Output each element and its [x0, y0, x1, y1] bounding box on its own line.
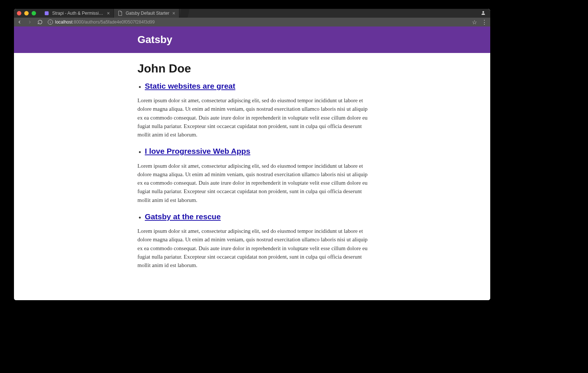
new-tab-button[interactable] — [179, 9, 190, 18]
brand-link[interactable]: Gatsby — [137, 34, 172, 45]
url-bar[interactable]: i localhost:8000/authors/5a5fade4e0f0507… — [48, 19, 467, 25]
close-tab-icon[interactable]: × — [172, 11, 175, 16]
traffic-lights — [17, 11, 36, 15]
list-item: Static websites are great Lorem ipsum do… — [145, 81, 373, 139]
article-body: Lorem ipsum dolor sit amet, consectetur … — [137, 227, 373, 270]
article-link[interactable]: Static websites are great — [145, 82, 235, 90]
url-host: localhost — [55, 19, 72, 25]
site-info-icon[interactable]: i — [48, 19, 53, 25]
close-tab-icon[interactable]: × — [107, 11, 110, 16]
browser-addressbar: i localhost:8000/authors/5a5fade4e0f0507… — [14, 18, 490, 26]
article-body: Lorem ipsum dolor sit amet, consectetur … — [137, 96, 373, 139]
browser-titlebar: Strapi - Auth & Permissions × Gatsby Def… — [14, 9, 490, 18]
browser-tab-gatsby[interactable]: Gatsby Default Starter × — [114, 9, 179, 18]
tab-title: Gatsby Default Starter — [126, 11, 169, 16]
browser-window: Strapi - Auth & Permissions × Gatsby Def… — [14, 9, 490, 300]
article-title: Gatsby at the rescue — [145, 212, 373, 221]
window-maximize-button[interactable] — [32, 11, 36, 15]
article-list: Static websites are great Lorem ipsum do… — [137, 81, 373, 270]
article-link[interactable]: I love Progressive Web Apps — [145, 147, 250, 155]
back-button[interactable] — [17, 19, 22, 25]
article-title: I love Progressive Web Apps — [145, 146, 373, 156]
reload-button[interactable] — [37, 19, 43, 25]
window-close-button[interactable] — [17, 11, 21, 15]
file-favicon-icon — [118, 11, 123, 16]
article-link[interactable]: Gatsby at the rescue — [145, 212, 221, 221]
titlebar-right — [481, 10, 487, 17]
list-item: Gatsby at the rescue Lorem ipsum dolor s… — [145, 212, 373, 270]
svg-point-1 — [483, 11, 484, 13]
article-title: Static websites are great — [145, 81, 373, 90]
page-title: John Doe — [137, 62, 373, 75]
svg-rect-0 — [45, 11, 49, 15]
browser-tab-strapi[interactable]: Strapi - Auth & Permissions × — [40, 9, 114, 18]
forward-button[interactable] — [27, 19, 32, 25]
bookmark-icon[interactable]: ☆ — [472, 19, 477, 26]
browser-tabs: Strapi - Auth & Permissions × Gatsby Def… — [40, 9, 190, 18]
page-content: John Doe Static websites are great Lorem… — [137, 53, 373, 292]
list-item: I love Progressive Web Apps Lorem ipsum … — [145, 146, 373, 204]
site-header: Gatsby — [14, 26, 490, 53]
article-body: Lorem ipsum dolor sit amet, consectetur … — [137, 162, 373, 205]
strapi-favicon-icon — [44, 11, 49, 16]
window-minimize-button[interactable] — [24, 11, 29, 15]
page-viewport[interactable]: Gatsby John Doe Static websites are grea… — [14, 26, 490, 300]
profile-icon[interactable] — [481, 10, 486, 17]
url-path: :8000/authors/5a5fade4e0f0507f284f3d99 — [72, 19, 155, 25]
browser-menu-icon[interactable]: ⋮ — [481, 19, 487, 26]
tab-title: Strapi - Auth & Permissions — [52, 11, 104, 16]
